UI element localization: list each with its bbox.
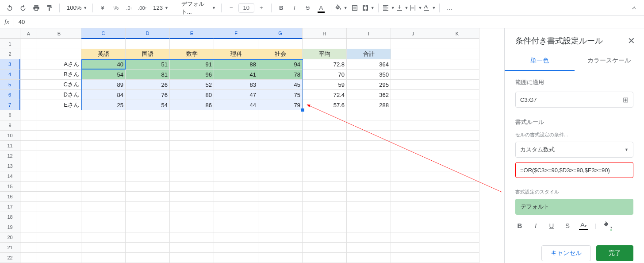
cell-I11[interactable] (347, 141, 391, 151)
cell-C3[interactable]: 40 (81, 59, 126, 70)
number-format-select[interactable]: 123▼ (150, 2, 170, 14)
col-header-A[interactable]: A (20, 28, 37, 39)
cell-I1[interactable] (347, 39, 391, 49)
row-header-14[interactable]: 14 (0, 171, 20, 182)
cell-C8[interactable] (81, 110, 126, 120)
cell-C11[interactable] (81, 141, 126, 151)
wrap-btn[interactable]: ▼ (409, 2, 422, 14)
cell-C20[interactable] (81, 232, 126, 243)
format-strike[interactable]: S (563, 222, 572, 229)
cell-J19[interactable] (391, 222, 435, 232)
cell-F5[interactable]: 83 (214, 80, 258, 90)
cell-F16[interactable] (214, 192, 258, 202)
cell-K11[interactable] (435, 141, 479, 151)
cell-I16[interactable] (347, 192, 391, 202)
cell-D18[interactable] (126, 212, 170, 222)
cell-K20[interactable] (435, 232, 479, 243)
halign-btn[interactable]: ▼ (382, 2, 395, 14)
cell-J16[interactable] (391, 192, 435, 202)
row-header-21[interactable]: 21 (0, 243, 20, 253)
cell-E7[interactable]: 86 (170, 100, 214, 110)
cell-I15[interactable] (347, 182, 391, 192)
cell-I17[interactable] (347, 202, 391, 212)
cell-C18[interactable] (81, 212, 126, 222)
cell-H13[interactable] (303, 161, 347, 171)
cell-G1[interactable] (258, 39, 303, 49)
cell-K16[interactable] (435, 192, 479, 202)
col-header-H[interactable]: H (303, 28, 347, 39)
cell-I2[interactable]: 合計 (347, 49, 391, 59)
cell-B9[interactable] (37, 120, 81, 131)
cell-F6[interactable]: 47 (214, 90, 258, 100)
style-preview[interactable]: デフォルト (515, 199, 633, 215)
borders-btn[interactable] (349, 2, 361, 14)
cell-D5[interactable]: 26 (126, 80, 170, 90)
cell-G9[interactable] (258, 120, 303, 131)
row-header-10[interactable]: 10 (0, 131, 20, 141)
cell-K6[interactable] (435, 90, 479, 100)
cell-I7[interactable]: 288 (347, 100, 391, 110)
cell-C6[interactable]: 84 (81, 90, 126, 100)
cell-G15[interactable] (258, 182, 303, 192)
row-header-17[interactable]: 17 (0, 202, 20, 212)
col-header-I[interactable]: I (347, 28, 391, 39)
cell-D6[interactable]: 76 (126, 90, 170, 100)
cell-C7[interactable]: 25 (81, 100, 126, 110)
row-header-2[interactable]: 2 (0, 49, 20, 59)
cell-C14[interactable] (81, 171, 126, 182)
format-underline[interactable]: U (547, 222, 556, 229)
cell-J18[interactable] (391, 212, 435, 222)
cell-E22[interactable] (170, 253, 214, 263)
cell-F14[interactable] (214, 171, 258, 182)
cell-B11[interactable] (37, 141, 81, 151)
cell-A3[interactable] (20, 59, 37, 70)
cell-H5[interactable]: 59 (303, 80, 347, 90)
cell-F3[interactable]: 88 (214, 59, 258, 70)
cell-B17[interactable] (37, 202, 81, 212)
cell-G22[interactable] (258, 253, 303, 263)
currency-btn[interactable]: ¥ (96, 2, 109, 14)
col-header-E[interactable]: E (170, 28, 214, 39)
cell-F7[interactable]: 44 (214, 100, 258, 110)
cell-H12[interactable] (303, 151, 347, 161)
cell-E10[interactable] (170, 131, 214, 141)
font-size-dec[interactable]: − (225, 2, 238, 14)
cell-C9[interactable] (81, 120, 126, 131)
cell-H22[interactable] (303, 253, 347, 263)
row-header-20[interactable]: 20 (0, 232, 20, 243)
cell-J11[interactable] (391, 141, 435, 151)
cell-H3[interactable]: 72.8 (303, 59, 347, 70)
cell-K7[interactable] (435, 100, 479, 110)
cell-C15[interactable] (81, 182, 126, 192)
cell-A10[interactable] (20, 131, 37, 141)
cell-E13[interactable] (170, 161, 214, 171)
fill-handle[interactable] (301, 108, 304, 112)
row-header-1[interactable]: 1 (0, 39, 20, 49)
grid-select-icon[interactable]: ⊞ (623, 96, 629, 104)
percent-btn[interactable]: % (110, 2, 122, 14)
row-header-7[interactable]: 7 (0, 100, 20, 110)
cell-D10[interactable] (126, 131, 170, 141)
cell-E6[interactable]: 80 (170, 90, 214, 100)
cell-D4[interactable]: 81 (126, 70, 170, 80)
cell-B16[interactable] (37, 192, 81, 202)
cell-I19[interactable] (347, 222, 391, 232)
cell-C19[interactable] (81, 222, 126, 232)
cell-F21[interactable] (214, 243, 258, 253)
cell-A7[interactable] (20, 100, 37, 110)
cell-F4[interactable]: 41 (214, 70, 258, 80)
increase-decimal-btn[interactable]: .00↑ (136, 2, 149, 14)
cell-E16[interactable] (170, 192, 214, 202)
cell-D17[interactable] (126, 202, 170, 212)
cell-F19[interactable] (214, 222, 258, 232)
redo-icon[interactable] (17, 2, 29, 14)
cell-D22[interactable] (126, 253, 170, 263)
cell-I5[interactable]: 295 (347, 80, 391, 90)
merge-btn[interactable]: ▼ (362, 2, 375, 14)
cell-A16[interactable] (20, 192, 37, 202)
row-header-18[interactable]: 18 (0, 212, 20, 222)
cell-H15[interactable] (303, 182, 347, 192)
cell-A19[interactable] (20, 222, 37, 232)
cell-I6[interactable]: 362 (347, 90, 391, 100)
cell-H16[interactable] (303, 192, 347, 202)
